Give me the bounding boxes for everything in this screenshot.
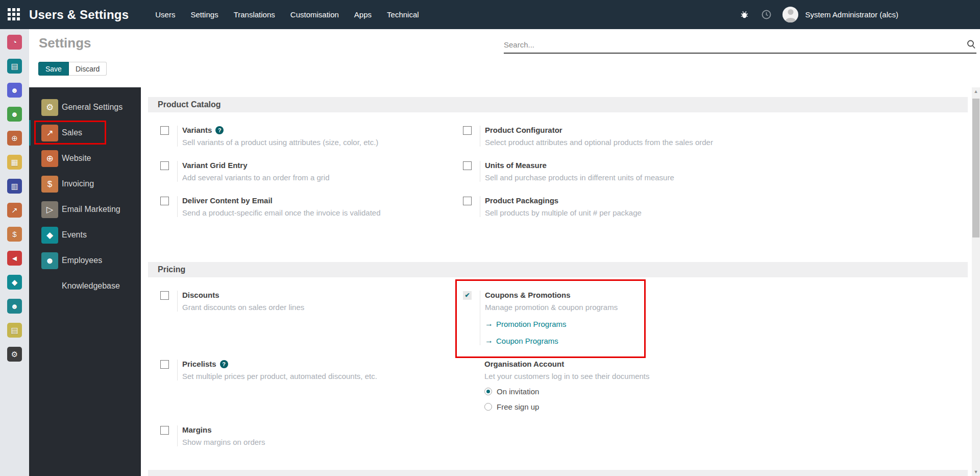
help-icon[interactable]: ? — [215, 126, 224, 134]
radio-on-invitation[interactable]: On invitation — [484, 387, 650, 396]
setting-product-packagings: Product Packagings Sell products by mult… — [463, 196, 972, 217]
setting-label: Product Configurator — [485, 126, 713, 134]
invoicing-icon[interactable]: $ — [7, 227, 22, 242]
menu-settings[interactable]: Settings — [190, 10, 218, 19]
coupons-checkbox[interactable]: ✔ — [463, 291, 472, 300]
sidebar-item-website[interactable]: ⊕ Website — [29, 146, 141, 171]
vertical-scrollbar[interactable]: ▲ ▼ — [972, 87, 980, 476]
employees-teal-icon[interactable]: ☻ — [7, 299, 22, 314]
events-icon[interactable]: ◆ — [7, 275, 22, 290]
sidebar-item-label: Employees — [62, 256, 102, 265]
setting-desc: Show margins on orders — [182, 438, 265, 446]
product-packagings-checkbox[interactable] — [463, 197, 472, 205]
search-input[interactable] — [504, 37, 953, 52]
setting-desc: Send a product-specific email once the i… — [182, 208, 381, 217]
sales-chart-icon: ↗ — [41, 125, 58, 141]
save-button[interactable]: Save — [38, 62, 69, 76]
variant-grid-entry-checkbox[interactable] — [160, 161, 169, 170]
sidebar-item-invoicing[interactable]: $ Invoicing — [29, 171, 141, 197]
pricelists-checkbox[interactable] — [160, 360, 169, 369]
product-configurator-checkbox[interactable] — [463, 126, 472, 135]
setting-variants: Variants ? Sell variants of a product us… — [160, 126, 463, 147]
coupon-programs-link[interactable]: → Coupon Programs — [485, 336, 618, 345]
sidebar-item-label: Email Marketing — [62, 205, 120, 214]
invoice-icon: $ — [41, 176, 58, 193]
setting-label: Product Packagings — [485, 196, 642, 205]
setting-desc: Manage promotion & coupon programs — [485, 303, 618, 312]
menu-translations[interactable]: Translations — [234, 10, 275, 19]
radio-free-sign-up[interactable]: Free sign up — [484, 402, 650, 411]
knowledge-icon[interactable]: ▥ — [7, 179, 22, 194]
search-icon[interactable] — [966, 39, 976, 52]
setting-organisation-account: Organisation Account Let your customers … — [463, 360, 972, 411]
radio-button-selected[interactable] — [484, 388, 492, 395]
arrow-right-icon: → — [485, 336, 493, 345]
employees-green-icon[interactable]: ☻ — [7, 107, 22, 122]
setting-desc: Sell and purchase products in different … — [485, 173, 674, 182]
next-section-band-partial — [148, 470, 968, 476]
setting-desc: Let your customers log in to see their d… — [484, 372, 650, 380]
marketing-icon[interactable]: ◄ — [7, 251, 22, 266]
top-menu: Users Settings Translations Customisatio… — [155, 10, 419, 19]
units-of-measure-checkbox[interactable] — [463, 161, 472, 170]
setting-label: Variants — [182, 126, 212, 134]
page-title: Settings — [39, 35, 91, 51]
menu-technical[interactable]: Technical — [387, 10, 419, 19]
sidebar-item-events[interactable]: ◆ Events — [29, 222, 141, 248]
top-navbar: Users & Settings Users Settings Translat… — [0, 0, 980, 29]
sidebar-item-knowledgebase[interactable]: Knowledgebase — [29, 273, 141, 299]
sidebar-item-label: Events — [62, 230, 87, 240]
radio-button[interactable] — [484, 403, 492, 411]
setting-desc: Select product attributes and optional p… — [485, 138, 713, 147]
sidebar-item-label: General Settings — [62, 103, 122, 112]
sidebar-item-email-marketing[interactable]: ▷ Email Marketing — [29, 197, 141, 222]
setting-label: Pricelists — [182, 360, 216, 368]
deliver-content-checkbox[interactable] — [160, 197, 169, 205]
avatar[interactable] — [782, 7, 798, 22]
help-icon[interactable]: ? — [220, 360, 228, 368]
setting-label: Discounts — [182, 291, 304, 299]
scroll-up-arrow[interactable]: ▲ — [972, 87, 980, 96]
apps-grid-icon[interactable] — [8, 8, 21, 21]
variants-checkbox[interactable] — [160, 126, 169, 135]
menu-customisation[interactable]: Customisation — [290, 10, 339, 19]
sidebar-item-general-settings[interactable]: ⚙ General Settings — [29, 94, 141, 120]
menu-apps[interactable]: Apps — [354, 10, 372, 19]
control-panel: Settings Save Discard — [29, 29, 980, 87]
setting-pricelists: Pricelists ? Set multiple prices per pro… — [160, 360, 463, 411]
setting-desc: Add several variants to an order from a … — [182, 173, 329, 182]
settings-sidebar: ⚙ General Settings ↗ Sales ⊕ Website $ I… — [29, 87, 141, 476]
setting-label: Coupons & Promotions — [485, 291, 618, 299]
product-catalog-grid: Variants ? Sell variants of a product us… — [160, 126, 972, 231]
contacts-icon[interactable]: ▤ — [7, 59, 22, 74]
setting-desc: Grant discounts on sales order lines — [182, 303, 304, 312]
sidebar-item-sales[interactable]: ↗ Sales — [29, 120, 141, 146]
sidebar-item-employees[interactable]: ☻ Employees — [29, 248, 141, 273]
discounts-checkbox[interactable] — [160, 291, 169, 300]
scrollbar-thumb[interactable] — [972, 99, 979, 237]
documents-icon[interactable]: ▤ — [7, 323, 22, 338]
inventory-icon[interactable]: ▦ — [7, 155, 22, 170]
setting-discounts: Discounts Grant discounts on sales order… — [160, 291, 463, 345]
section-header-product-catalog: Product Catalog — [148, 97, 968, 112]
members-icon[interactable]: ☻ — [7, 83, 22, 98]
user-name[interactable]: System Administrator (alcs) — [805, 10, 898, 19]
margins-checkbox[interactable] — [160, 426, 169, 435]
search-bar — [504, 37, 976, 54]
section-header-pricing: Pricing — [148, 262, 968, 277]
clock-icon[interactable] — [761, 9, 772, 20]
sales-icon[interactable]: ↗ — [7, 203, 22, 218]
discard-button[interactable]: Discard — [69, 62, 107, 76]
gear-icon: ⚙ — [41, 99, 58, 116]
dashboards-icon[interactable]: ◔ — [7, 35, 22, 50]
menu-users[interactable]: Users — [155, 10, 175, 19]
settings-gear-icon[interactable]: ⚙ — [7, 347, 22, 362]
bug-icon[interactable] — [739, 9, 750, 20]
setting-coupons-promotions: ✔ Coupons & Promotions Manage promotion … — [463, 291, 972, 345]
promotion-programs-link[interactable]: → Promotion Programs — [485, 319, 618, 328]
setting-label: Organisation Account — [484, 360, 650, 368]
scroll-down-arrow[interactable]: ▼ — [972, 468, 980, 476]
website-icon[interactable]: ⊕ — [7, 131, 22, 146]
paper-plane-icon: ▷ — [41, 201, 58, 218]
setting-label: Margins — [182, 425, 265, 434]
